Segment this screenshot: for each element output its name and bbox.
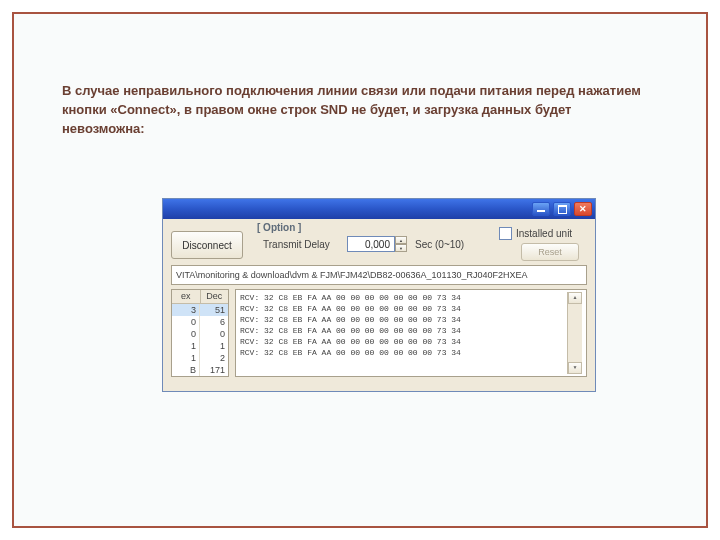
scroll-down-button[interactable]: ▼ — [568, 362, 582, 374]
log-content: RCV: 32 C8 EB FA AA 00 00 00 00 00 00 00… — [240, 292, 567, 374]
table-row[interactable]: 1 1 — [172, 340, 228, 352]
installed-checkbox-row[interactable]: Installed unit — [499, 227, 572, 240]
table-row[interactable]: 3 51 — [172, 304, 228, 316]
table-row[interactable]: 0 6 — [172, 316, 228, 328]
chevron-up-icon: ▲ — [573, 293, 576, 304]
maximize-icon — [558, 205, 567, 214]
cell: 51 — [200, 304, 228, 316]
scroll-up-button[interactable]: ▲ — [568, 292, 582, 304]
table-row[interactable]: 0 0 — [172, 328, 228, 340]
embedded-screenshot: ✕ [ Option ] Disconnect Transmit Delay 0… — [162, 198, 596, 392]
cell: 0 — [172, 316, 200, 328]
left-table: ex Dec 3 51 0 6 0 0 — [171, 289, 229, 377]
cell: 171 — [200, 364, 228, 376]
close-icon: ✕ — [579, 204, 587, 214]
caption-paragraph: В случае неправильного подключения линии… — [62, 82, 646, 139]
cell: 0 — [172, 328, 200, 340]
table-header: ex Dec — [172, 290, 228, 304]
spinner-down-button[interactable]: ▼ — [395, 244, 407, 252]
rcv-log: RCV: 32 C8 EB FA AA 00 00 00 00 00 00 00… — [235, 289, 587, 377]
maximize-button[interactable] — [553, 202, 571, 216]
chevron-down-icon: ▼ — [573, 363, 576, 374]
cell: B — [172, 364, 200, 376]
installed-label: Installed unit — [516, 228, 572, 239]
close-button[interactable]: ✕ — [574, 202, 592, 216]
table-row[interactable]: B 171 — [172, 364, 228, 376]
cell: 1 — [172, 340, 200, 352]
cell: 0 — [200, 328, 228, 340]
minimize-button[interactable] — [532, 202, 550, 216]
scrollbar[interactable]: ▲ ▼ — [567, 292, 582, 374]
installed-panel: Installed unit Reset — [491, 219, 595, 261]
cell: 1 — [172, 352, 200, 364]
disconnect-button[interactable]: Disconnect — [171, 231, 243, 259]
table-header-dec: Dec — [201, 290, 229, 303]
chevron-up-icon: ▲ — [399, 238, 403, 243]
cell: 3 — [172, 304, 200, 316]
option-panel: [ Option ] Disconnect Transmit Delay 0,0… — [163, 219, 595, 261]
installed-checkbox[interactable] — [499, 227, 512, 240]
table-row[interactable]: 1 2 — [172, 352, 228, 364]
option-legend: [ Option ] — [257, 222, 301, 233]
transmit-delay-input[interactable]: 0,000 — [347, 236, 395, 252]
delay-spinner[interactable]: ▲ ▼ — [395, 236, 407, 252]
sec-label: Sec (0~10) — [415, 239, 464, 250]
spinner-up-button[interactable]: ▲ — [395, 236, 407, 244]
minimize-icon — [537, 210, 545, 212]
table-header-ex: ex — [172, 290, 201, 303]
cell: 2 — [200, 352, 228, 364]
chevron-down-icon: ▼ — [399, 246, 403, 251]
cell: 1 — [200, 340, 228, 352]
transmit-delay-label: Transmit Delay — [263, 239, 330, 250]
data-area: ex Dec 3 51 0 6 0 0 — [171, 289, 587, 377]
titlebar: ✕ — [163, 199, 595, 219]
path-field[interactable]: VITA\monitoring & download\dvm & FJM\FJM… — [171, 265, 587, 285]
reset-button[interactable]: Reset — [521, 243, 579, 261]
cell: 6 — [200, 316, 228, 328]
